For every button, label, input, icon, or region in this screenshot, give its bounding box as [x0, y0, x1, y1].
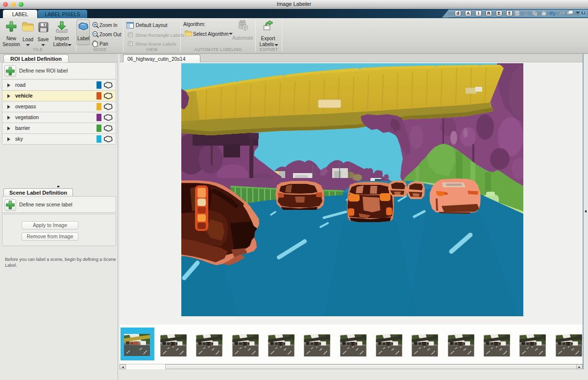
svg-text:?: ? [582, 11, 585, 15]
